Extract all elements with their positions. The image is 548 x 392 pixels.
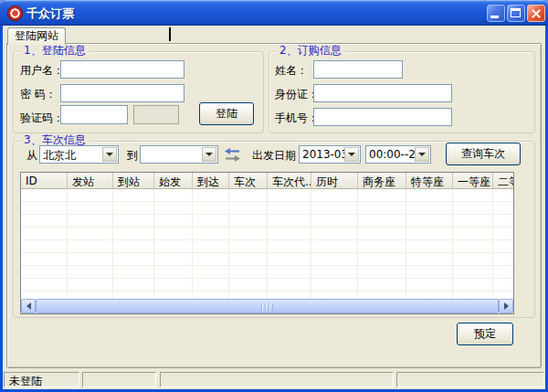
column-header-10[interactable]: 特等座 [406, 173, 453, 189]
table-column-7 [268, 189, 311, 299]
status-bar: 未登陆 [3, 371, 545, 389]
column-header-8[interactable]: 历时 [311, 173, 358, 189]
captcha-label: 验证码： [20, 111, 64, 124]
table-column-1 [21, 189, 68, 299]
table-column-9 [358, 189, 406, 299]
captcha-image[interactable] [133, 105, 179, 124]
time-range-value: 00:00--24:00 [369, 148, 416, 161]
status-login-state: 未登陆 [4, 372, 79, 387]
scroll-right-button[interactable] [499, 299, 513, 313]
column-header-1[interactable]: ID [21, 173, 68, 189]
tab-login-site[interactable]: 登陆网站 [7, 27, 66, 45]
login-button[interactable]: 登陆 [199, 102, 254, 125]
app-window: 千众订票 登陆网站 1、登陆信息 用户名： 密 码： 验证码： 登陆 2、订购信… [0, 0, 548, 392]
from-station-value: 北京北 [43, 148, 101, 164]
table-column-11 [453, 189, 493, 299]
username-input[interactable] [60, 60, 184, 79]
id-card-label: 身份证： [275, 88, 319, 101]
name-label: 姓名： [275, 64, 308, 77]
to-station-combobox[interactable] [140, 145, 218, 164]
order-group-caption: 2、订购信息 [276, 45, 345, 57]
app-icon[interactable] [7, 5, 23, 21]
time-range-combobox[interactable]: 00:00--24:00 [365, 145, 431, 164]
table-column-12 [493, 189, 513, 299]
column-header-9[interactable]: 商务座 [358, 173, 406, 189]
minimize-button[interactable] [487, 5, 505, 22]
phone-label: 手机号： [275, 111, 319, 124]
login-group-caption: 1、登陆信息 [20, 45, 90, 57]
column-header-11[interactable]: 一等座 [453, 173, 493, 189]
horizontal-scrollbar [21, 299, 513, 313]
query-trains-button[interactable]: 查询车次 [446, 143, 521, 165]
column-header-7[interactable]: 车次代... [268, 173, 311, 189]
depart-date-combobox[interactable]: 2013-03-02 [299, 145, 361, 164]
train-table-header: ID发站到站始发到达车次车次代...历时商务座特等座一等座二等座 [21, 173, 513, 189]
password-input[interactable] [60, 84, 184, 102]
scrollbar-thumb[interactable] [36, 299, 499, 313]
chevron-down-icon [418, 153, 426, 160]
table-column-3 [113, 189, 154, 299]
phone-input[interactable] [313, 108, 452, 126]
text-caret-artifact [169, 27, 171, 41]
train-table: ID发站到站始发到达车次车次代...历时商务座特等座一等座二等座 [20, 172, 514, 314]
minimize-icon [490, 16, 499, 18]
table-column-6 [229, 189, 268, 299]
to-label: 到 [127, 149, 138, 162]
table-column-5 [193, 189, 229, 299]
name-input[interactable] [313, 60, 403, 79]
depart-date-label: 出发日期 [252, 149, 296, 162]
column-header-6[interactable]: 车次 [229, 173, 268, 189]
arrow-left-icon [23, 302, 31, 310]
chevron-down-icon [106, 153, 113, 160]
arrow-right-icon [504, 302, 512, 310]
dropdown-button[interactable] [344, 147, 359, 162]
dropdown-button[interactable] [102, 147, 117, 162]
column-header-4[interactable]: 始发 [154, 173, 193, 189]
title-bar: 千众订票 [0, 0, 548, 26]
table-column-2 [68, 189, 113, 299]
chevron-down-icon [348, 153, 355, 160]
chevron-down-icon [206, 153, 213, 160]
column-header-12[interactable]: 二等座 [493, 173, 513, 189]
id-card-input[interactable] [313, 84, 452, 102]
maximize-button[interactable] [507, 5, 525, 22]
table-column-4 [154, 189, 193, 299]
close-button[interactable] [527, 5, 545, 22]
train-table-body [21, 189, 513, 299]
maximize-icon [511, 8, 521, 17]
dropdown-button[interactable] [202, 147, 216, 162]
table-column-10 [406, 189, 453, 299]
column-header-2[interactable]: 发站 [68, 173, 113, 189]
from-label: 从 [26, 149, 37, 162]
scroll-left-button[interactable] [21, 299, 36, 313]
status-panel-2 [82, 372, 156, 387]
password-label: 密 码： [20, 88, 57, 101]
column-header-5[interactable]: 到达 [193, 173, 229, 189]
scrollbar-grip-icon [261, 303, 273, 311]
from-station-combobox[interactable]: 北京北 [39, 145, 119, 164]
swap-stations-icon[interactable] [224, 148, 241, 164]
status-panel-4 [396, 372, 544, 387]
status-panel-3 [160, 372, 394, 387]
dropdown-button[interactable] [415, 147, 429, 162]
column-header-3[interactable]: 到站 [113, 173, 154, 189]
window-title: 千众订票 [26, 5, 74, 22]
username-label: 用户名： [20, 64, 64, 77]
depart-date-value: 2013-03-02 [302, 148, 345, 161]
table-column-8 [311, 189, 358, 299]
captcha-input[interactable] [60, 105, 128, 124]
book-button[interactable]: 预定 [457, 323, 513, 345]
